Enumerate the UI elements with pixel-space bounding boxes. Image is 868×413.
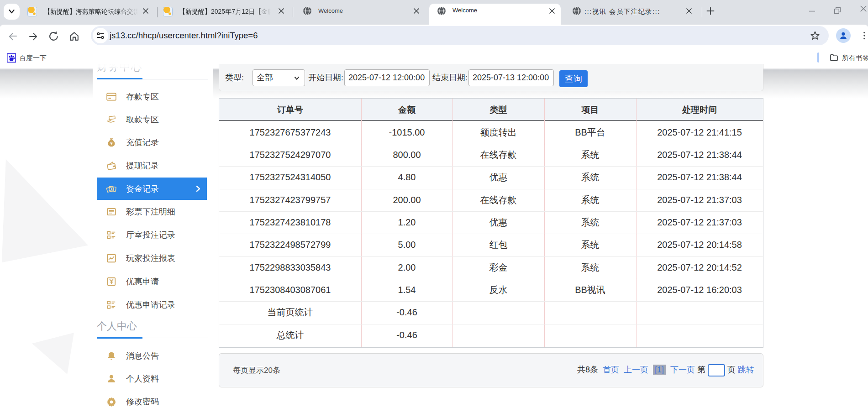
- svg-text:¥: ¥: [110, 141, 113, 146]
